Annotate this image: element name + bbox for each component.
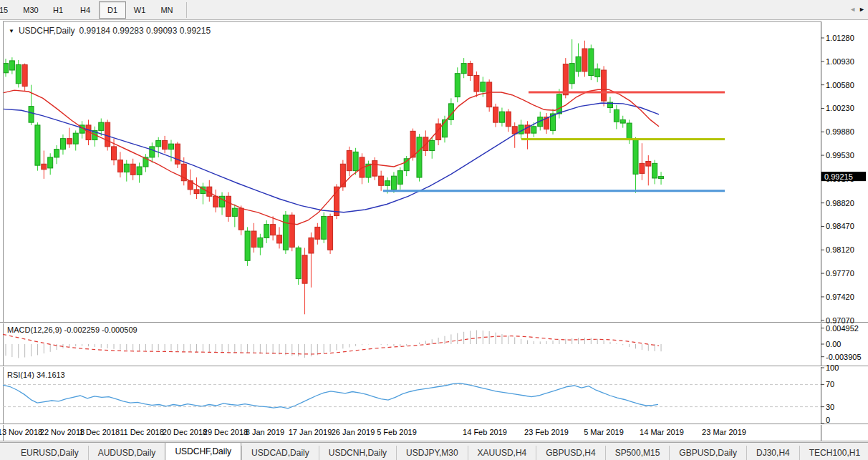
date-axis-label: 17 Jan 2019 <box>289 428 332 436</box>
candle-body <box>353 152 358 170</box>
current-price-text: 0.99215 <box>824 172 853 181</box>
symbol-tab-TECH100[interactable]: TECH100,H1 <box>799 446 868 460</box>
candle-body <box>29 107 34 123</box>
symbol-tab-GBPUSD[interactable]: GBPUSD,H4 <box>536 446 604 460</box>
candle-body <box>60 139 65 150</box>
candle-body <box>277 235 282 243</box>
price-axis-label: 1.00580 <box>826 81 854 89</box>
price-axis-label: 0.97420 <box>826 293 854 301</box>
symbol-tab-GBPUSD[interactable]: GBPUSD,Daily <box>669 446 746 460</box>
candle-body <box>258 238 263 247</box>
candle-body <box>569 64 574 84</box>
candle-body <box>48 157 53 168</box>
chart-canvas[interactable]: 1.012801.009301.005801.002300.998800.995… <box>0 20 868 442</box>
candle-body <box>4 64 9 73</box>
candle-body <box>130 164 135 175</box>
candle-body <box>461 64 466 74</box>
timeframe-button-H1[interactable]: H1 <box>44 1 72 19</box>
price-axis-label: 0.98120 <box>826 245 854 254</box>
candle-body <box>589 49 594 76</box>
macd-values: -0.002259 -0.000509 <box>64 326 137 334</box>
candle-body <box>328 216 333 250</box>
candle-body <box>556 94 561 114</box>
candle-body <box>659 177 664 179</box>
rsi-axis-label: 30 <box>826 403 834 411</box>
candle-body <box>283 215 288 250</box>
symbol-tab-AUDUSD[interactable]: AUDUSD,Daily <box>88 446 165 460</box>
candle-body <box>117 160 122 172</box>
timeframe-button-W1[interactable]: W1 <box>126 1 153 19</box>
macd-axis-label: 0.004952 <box>826 324 859 333</box>
chart-dropdown-icon[interactable]: ▼ <box>9 28 14 34</box>
candle-body <box>35 125 40 165</box>
date-axis-label: 23 Feb 2019 <box>524 428 569 436</box>
resistance-line-red <box>529 91 725 93</box>
candle-body <box>614 109 619 122</box>
price-axis-label: 0.97770 <box>826 269 854 278</box>
symbol-tab-USDJPY[interactable]: USDJPY,M30 <box>396 446 467 460</box>
date-axis-label: 20 Dec 2018 <box>163 428 207 436</box>
timeframe-toolbar: 15M30H1H4D1W1MN <box>0 0 868 20</box>
candle-body <box>232 208 237 216</box>
candle-body <box>640 163 645 173</box>
candle-body <box>448 104 453 120</box>
candle-body <box>54 150 59 157</box>
candle-body <box>563 64 568 95</box>
date-axis-label: 26 Jan 2019 <box>332 428 375 436</box>
timeframe-button-MN[interactable]: MN <box>153 1 180 19</box>
timeframe-button-D1[interactable]: D1 <box>99 1 126 19</box>
timeframe-button-H4[interactable]: H4 <box>72 1 99 19</box>
candle-body <box>652 163 657 178</box>
price-axis-label: 1.00230 <box>826 104 854 112</box>
candle-body <box>410 131 415 157</box>
date-axis-label: 14 Feb 2019 <box>463 428 507 436</box>
symbol-tab-EURUSD[interactable]: EURUSD,Daily <box>11 446 88 460</box>
rsi-axis-label: 70 <box>826 380 834 388</box>
date-axis-label: 22 Nov 2018 <box>40 428 85 436</box>
candle-body <box>296 248 301 278</box>
candle-body <box>620 119 625 123</box>
candle-body <box>42 164 47 170</box>
rsi-name: RSI(14) <box>7 371 34 379</box>
symbol-tab-SP500[interactable]: SP500,M15 <box>605 446 670 460</box>
candle-body <box>156 140 161 146</box>
date-axis-label: 23 Mar 2019 <box>702 428 746 436</box>
symbol-tab-USDCNH[interactable]: USDCNH,Daily <box>319 446 396 460</box>
candle-body <box>73 133 78 144</box>
tab-scroll-left-icon[interactable]: ◄ <box>849 6 856 13</box>
candle-body <box>213 196 218 207</box>
symbol-tab-XAUUSD[interactable]: XAUUSD,H4 <box>468 446 536 460</box>
candle-body <box>493 107 498 123</box>
candle-body <box>499 112 504 122</box>
symbol-tab-USDCAD[interactable]: USDCAD,Daily <box>241 446 319 460</box>
candle-body <box>633 140 638 175</box>
candle-body <box>238 208 243 230</box>
rsi-axis-label: 100 <box>826 363 839 372</box>
symbol-tab-USDCHF[interactable]: USDCHF,Daily <box>165 442 241 460</box>
macd-label-row: MACD(12,26,9) -0.002259 -0.000509 <box>7 326 138 334</box>
date-axis-label: 13 Nov 2018 <box>0 428 42 436</box>
candle-body <box>582 49 587 72</box>
chart-ohlc-values: 0.99184 0.99283 0.99093 0.99215 <box>79 26 211 36</box>
support-line-blue <box>383 190 725 192</box>
candle-body <box>112 147 117 160</box>
candle-body <box>271 225 276 235</box>
trading-terminal-window: { "toolbar": { "timeframes": [ {"label":… <box>0 0 868 460</box>
candle-body <box>289 215 294 248</box>
timeframe-button-15[interactable]: 15 <box>0 1 17 19</box>
timeframe-button-M30[interactable]: M30 <box>17 1 44 19</box>
candle-body <box>531 127 536 133</box>
symbol-tab-DJ30[interactable]: DJ30,H4 <box>746 446 799 460</box>
candle-body <box>150 147 155 157</box>
candle-body <box>124 164 129 172</box>
candle-body <box>194 190 199 194</box>
tab-scroll-right-icon[interactable]: ► <box>859 6 865 13</box>
candle-body <box>646 162 651 167</box>
symbol-tabs: EURUSD,DailyAUDUSD,DailyUSDCHF,DailyUSDC… <box>11 442 868 460</box>
candle-body <box>309 238 314 253</box>
candle-body <box>67 139 72 145</box>
candle-body <box>481 82 486 92</box>
candle-body <box>602 70 607 101</box>
date-axis-label: 5 Mar 2019 <box>584 428 624 436</box>
candle-body <box>576 57 581 72</box>
